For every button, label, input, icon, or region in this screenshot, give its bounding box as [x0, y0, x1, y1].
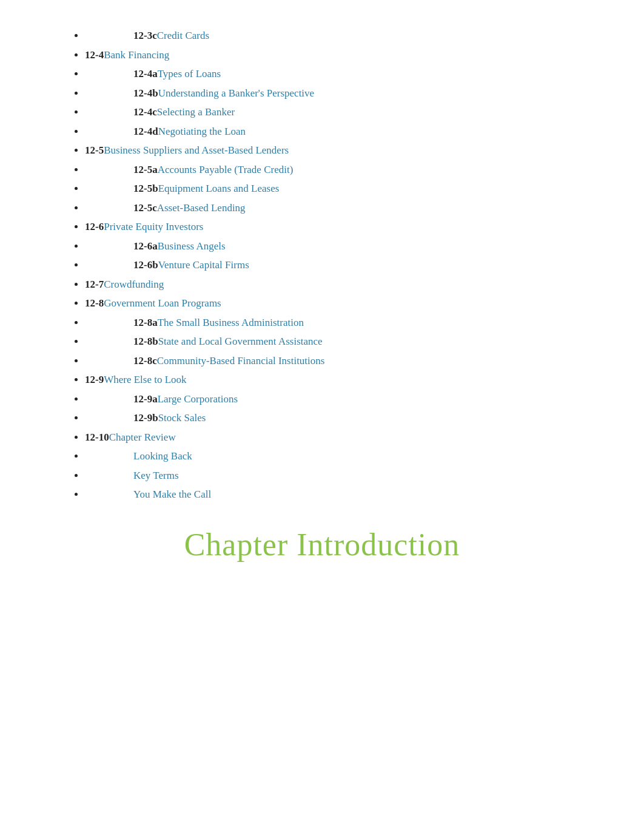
list-item: 12-9Where Else to Look — [85, 372, 608, 388]
item-number: 12-5b — [133, 183, 158, 194]
toc-link-item-12-4[interactable]: 12-4Bank Financing — [85, 49, 169, 61]
item-number: 12-5a — [133, 164, 158, 175]
list-item: 12-6Private Equity Investors — [85, 219, 608, 235]
toc-link-item-12-4a[interactable]: 12-4aTypes of Loans — [133, 68, 221, 79]
toc-link-item-12-6a[interactable]: 12-6aBusiness Angels — [133, 240, 226, 252]
list-item: 12-5Business Suppliers and Asset-Based L… — [85, 143, 608, 158]
toc-link-item-12-3c[interactable]: 12-3cCredit Cards — [133, 30, 209, 41]
list-item: 12-8bState and Local Government Assistan… — [85, 334, 608, 350]
toc-link-item-12-6b[interactable]: 12-6bVenture Capital Firms — [133, 259, 249, 271]
toc-link-item-12-4b[interactable]: 12-4bUnderstanding a Banker's Perspectiv… — [133, 87, 314, 99]
list-item: 12-4Bank Financing — [85, 47, 608, 63]
item-label: Business Suppliers and Asset-Based Lende… — [104, 144, 289, 156]
item-number: 12-4d — [133, 126, 158, 137]
item-number: 12-8b — [133, 336, 158, 347]
toc-link-item-12-5c[interactable]: 12-5cAsset-Based Lending — [133, 202, 246, 214]
item-label: Accounts Payable (Trade Credit) — [158, 164, 293, 175]
toc-list: 12-3cCredit Cards12-4Bank Financing12-4a… — [36, 28, 608, 502]
toc-link-item-12-8c[interactable]: 12-8cCommunity-Based Financial Instituti… — [133, 355, 324, 367]
list-item: Looking Back — [85, 448, 608, 464]
item-number: 12-5c — [133, 202, 157, 214]
toc-link-item-12-5a[interactable]: 12-5aAccounts Payable (Trade Credit) — [133, 164, 293, 175]
chapter-intro-heading: Chapter Introduction — [36, 527, 608, 563]
list-item: 12-10Chapter Review — [85, 430, 608, 445]
toc-link-item-12-8b[interactable]: 12-8bState and Local Government Assistan… — [133, 336, 323, 347]
item-label: Business Angels — [158, 240, 226, 252]
item-label: Equipment Loans and Leases — [158, 183, 280, 194]
item-label: State and Local Government Assistance — [158, 336, 323, 347]
toc-link-item-12-9b[interactable]: 12-9bStock Sales — [133, 412, 206, 424]
list-item: 12-5aAccounts Payable (Trade Credit) — [85, 162, 608, 178]
list-item: 12-7Crowdfunding — [85, 277, 608, 292]
item-number: 12-7 — [85, 279, 104, 290]
list-item: 12-4bUnderstanding a Banker's Perspectiv… — [85, 86, 608, 101]
list-item: 12-9bStock Sales — [85, 410, 608, 426]
item-number: 12-4 — [85, 49, 104, 61]
item-label: Chapter Review — [109, 431, 176, 443]
toc-link-item-looking-back[interactable]: Looking Back — [133, 450, 192, 462]
toc-link-item-12-6[interactable]: 12-6Private Equity Investors — [85, 221, 203, 232]
toc-link-item-12-5[interactable]: 12-5Business Suppliers and Asset-Based L… — [85, 144, 289, 156]
item-label: Asset-Based Lending — [157, 202, 246, 214]
toc-link-item-12-9a[interactable]: 12-9aLarge Corporations — [133, 393, 238, 405]
item-label: Where Else to Look — [104, 374, 186, 385]
item-number: 12-4a — [133, 68, 158, 79]
item-label: Understanding a Banker's Perspective — [158, 87, 315, 99]
item-number: 12-6b — [133, 259, 158, 271]
toc-link-item-12-7[interactable]: 12-7Crowdfunding — [85, 279, 164, 290]
item-number: 12-5 — [85, 144, 104, 156]
item-number: 12-9a — [133, 393, 158, 405]
item-label: Government Loan Programs — [104, 297, 221, 309]
list-item: 12-6aBusiness Angels — [85, 238, 608, 254]
item-number: 12-9 — [85, 374, 104, 385]
toc-link-item-12-5b[interactable]: 12-5bEquipment Loans and Leases — [133, 183, 279, 194]
toc-link-item-key-terms[interactable]: Key Terms — [133, 470, 179, 481]
item-number: 12-8 — [85, 297, 104, 309]
list-item: 12-8cCommunity-Based Financial Instituti… — [85, 353, 608, 369]
list-item: 12-5bEquipment Loans and Leases — [85, 181, 608, 197]
list-item: Key Terms — [85, 468, 608, 484]
item-number: 12-6a — [133, 240, 158, 252]
item-number: 12-4c — [133, 106, 157, 118]
toc-link-item-12-10[interactable]: 12-10Chapter Review — [85, 431, 176, 443]
item-number: 12-4b — [133, 87, 158, 99]
item-number: 12-6 — [85, 221, 104, 232]
item-number: 12-3c — [133, 30, 157, 41]
list-item: 12-3cCredit Cards — [85, 28, 608, 44]
list-item: You Make the Call — [85, 487, 608, 502]
item-label: Stock Sales — [158, 412, 206, 424]
item-label: Private Equity Investors — [104, 221, 203, 232]
toc-link-item-12-9[interactable]: 12-9Where Else to Look — [85, 374, 187, 385]
list-item: 12-8aThe Small Business Administration — [85, 315, 608, 331]
toc-link-item-12-8[interactable]: 12-8Government Loan Programs — [85, 297, 221, 309]
item-label: Types of Loans — [158, 68, 221, 79]
list-item: 12-9aLarge Corporations — [85, 391, 608, 407]
list-item: 12-5cAsset-Based Lending — [85, 200, 608, 216]
item-label: Bank Financing — [104, 49, 169, 61]
toc-link-item-12-8a[interactable]: 12-8aThe Small Business Administration — [133, 317, 304, 328]
item-label: Selecting a Banker — [157, 106, 235, 118]
list-item: 12-4aTypes of Loans — [85, 66, 608, 82]
toc-link-item-12-4c[interactable]: 12-4cSelecting a Banker — [133, 106, 235, 118]
item-label: Large Corporations — [158, 393, 238, 405]
item-label: The Small Business Administration — [158, 317, 304, 328]
item-label: Credit Cards — [157, 30, 209, 41]
list-item: 12-4dNegotiating the Loan — [85, 124, 608, 140]
item-number: 12-8c — [133, 355, 157, 367]
list-item: 12-8Government Loan Programs — [85, 296, 608, 311]
item-number: 12-8a — [133, 317, 158, 328]
list-item: 12-4cSelecting a Banker — [85, 104, 608, 120]
toc-link-item-you-make-the-call[interactable]: You Make the Call — [133, 488, 211, 500]
list-item: 12-6bVenture Capital Firms — [85, 257, 608, 273]
item-label: Negotiating the Loan — [158, 126, 246, 137]
item-label: Venture Capital Firms — [158, 259, 249, 271]
item-label: Community-Based Financial Institutions — [157, 355, 325, 367]
item-label: Crowdfunding — [104, 279, 164, 290]
toc-link-item-12-4d[interactable]: 12-4dNegotiating the Loan — [133, 126, 246, 137]
item-number: 12-10 — [85, 431, 109, 443]
item-number: 12-9b — [133, 412, 158, 424]
